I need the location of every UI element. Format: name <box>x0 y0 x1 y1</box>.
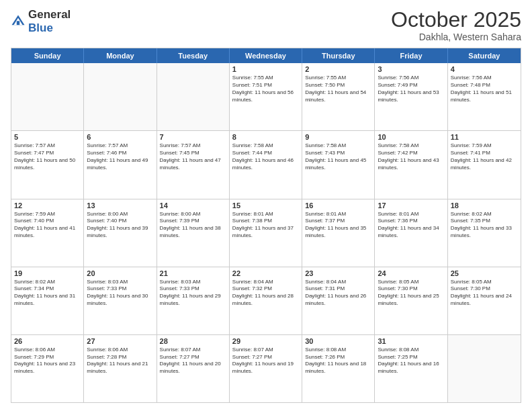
day-info: Sunrise: 7:58 AMSunset: 7:44 PMDaylight:… <box>232 142 299 171</box>
day-info: Sunrise: 8:02 AMSunset: 7:35 PMDaylight:… <box>451 211 518 240</box>
day-cell-16: 16Sunrise: 8:01 AMSunset: 7:37 PMDayligh… <box>302 199 375 267</box>
day-number: 31 <box>378 337 444 345</box>
logo-icon <box>11 14 26 29</box>
header-day-wednesday: Wednesday <box>230 48 302 63</box>
week-row-1: 1Sunrise: 7:55 AMSunset: 7:51 PMDaylight… <box>11 63 521 130</box>
header-day-thursday: Thursday <box>302 48 375 63</box>
day-number: 12 <box>14 201 81 210</box>
calendar-body: 1Sunrise: 7:55 AMSunset: 7:51 PMDaylight… <box>11 63 521 402</box>
day-cell-28: 28Sunrise: 8:07 AMSunset: 7:27 PMDayligh… <box>157 335 230 402</box>
day-cell-3: 3Sunrise: 7:56 AMSunset: 7:49 PMDaylight… <box>375 63 447 130</box>
day-info: Sunrise: 7:57 AMSunset: 7:47 PMDaylight:… <box>14 142 81 171</box>
day-info: Sunrise: 8:01 AMSunset: 7:36 PMDaylight:… <box>378 211 444 240</box>
day-number: 15 <box>232 201 299 210</box>
day-info: Sunrise: 8:01 AMSunset: 7:38 PMDaylight:… <box>232 211 299 240</box>
day-info: Sunrise: 7:56 AMSunset: 7:49 PMDaylight:… <box>378 75 444 103</box>
day-info: Sunrise: 8:06 AMSunset: 7:28 PMDaylight:… <box>87 347 153 375</box>
day-cell-17: 17Sunrise: 8:01 AMSunset: 7:36 PMDayligh… <box>375 199 447 267</box>
day-cell-6: 6Sunrise: 7:57 AMSunset: 7:46 PMDaylight… <box>84 131 157 198</box>
day-number: 29 <box>232 337 299 345</box>
header-day-sunday: Sunday <box>11 48 84 63</box>
day-info: Sunrise: 8:05 AMSunset: 7:30 PMDaylight:… <box>451 279 518 308</box>
day-cell-4: 4Sunrise: 7:56 AMSunset: 7:48 PMDaylight… <box>448 63 521 130</box>
week-row-4: 19Sunrise: 8:02 AMSunset: 7:34 PMDayligh… <box>11 267 521 334</box>
svg-rect-2 <box>17 21 19 25</box>
week-row-3: 12Sunrise: 7:59 AMSunset: 7:40 PMDayligh… <box>11 199 521 267</box>
day-number: 5 <box>14 133 81 141</box>
day-cell-13: 13Sunrise: 8:00 AMSunset: 7:40 PMDayligh… <box>84 199 157 267</box>
day-info: Sunrise: 8:03 AMSunset: 7:33 PMDaylight:… <box>87 279 153 308</box>
day-cell-empty <box>157 63 230 130</box>
day-info: Sunrise: 8:01 AMSunset: 7:37 PMDaylight:… <box>305 211 371 240</box>
day-cell-31: 31Sunrise: 8:08 AMSunset: 7:25 PMDayligh… <box>375 335 447 402</box>
day-number: 22 <box>232 269 299 277</box>
day-number: 2 <box>305 65 371 73</box>
day-number: 28 <box>160 337 226 345</box>
day-info: Sunrise: 7:55 AMSunset: 7:51 PMDaylight:… <box>232 75 299 103</box>
day-cell-11: 11Sunrise: 7:59 AMSunset: 7:41 PMDayligh… <box>448 131 521 198</box>
day-cell-20: 20Sunrise: 8:03 AMSunset: 7:33 PMDayligh… <box>84 267 157 334</box>
day-info: Sunrise: 8:07 AMSunset: 7:27 PMDaylight:… <box>232 347 299 375</box>
day-cell-5: 5Sunrise: 7:57 AMSunset: 7:47 PMDaylight… <box>11 131 84 198</box>
page: General Blue October 2025 Dakhla, Wester… <box>0 0 532 411</box>
day-cell-21: 21Sunrise: 8:03 AMSunset: 7:33 PMDayligh… <box>157 267 230 334</box>
day-number: 18 <box>451 201 518 210</box>
day-cell-12: 12Sunrise: 7:59 AMSunset: 7:40 PMDayligh… <box>11 199 84 267</box>
week-row-2: 5Sunrise: 7:57 AMSunset: 7:47 PMDaylight… <box>11 130 521 198</box>
day-info: Sunrise: 8:07 AMSunset: 7:27 PMDaylight:… <box>160 347 226 375</box>
day-info: Sunrise: 7:58 AMSunset: 7:43 PMDaylight:… <box>305 142 371 171</box>
day-number: 24 <box>378 269 444 277</box>
day-number: 25 <box>451 269 518 277</box>
day-cell-8: 8Sunrise: 7:58 AMSunset: 7:44 PMDaylight… <box>230 131 302 198</box>
header-day-tuesday: Tuesday <box>157 48 230 63</box>
day-cell-empty <box>84 63 157 130</box>
day-info: Sunrise: 8:04 AMSunset: 7:31 PMDaylight:… <box>305 279 371 308</box>
day-cell-empty <box>11 63 84 130</box>
day-number: 11 <box>451 133 518 141</box>
day-number: 13 <box>87 201 153 210</box>
day-info: Sunrise: 8:08 AMSunset: 7:26 PMDaylight:… <box>305 347 371 375</box>
day-cell-27: 27Sunrise: 8:06 AMSunset: 7:28 PMDayligh… <box>84 335 157 402</box>
day-info: Sunrise: 7:59 AMSunset: 7:40 PMDaylight:… <box>14 211 81 240</box>
day-info: Sunrise: 8:05 AMSunset: 7:30 PMDaylight:… <box>378 279 444 308</box>
day-cell-24: 24Sunrise: 8:05 AMSunset: 7:30 PMDayligh… <box>375 267 447 334</box>
day-cell-2: 2Sunrise: 7:55 AMSunset: 7:50 PMDaylight… <box>302 63 375 130</box>
header: General Blue October 2025 Dakhla, Wester… <box>11 8 521 42</box>
day-cell-15: 15Sunrise: 8:01 AMSunset: 7:38 PMDayligh… <box>230 199 302 267</box>
calendar-header: SundayMondayTuesdayWednesdayThursdayFrid… <box>11 48 521 63</box>
month-title: October 2025 <box>391 8 521 32</box>
day-cell-9: 9Sunrise: 7:58 AMSunset: 7:43 PMDaylight… <box>302 131 375 198</box>
logo-text: General Blue <box>28 8 71 35</box>
day-number: 16 <box>305 201 371 210</box>
day-number: 8 <box>232 133 299 141</box>
calendar: SundayMondayTuesdayWednesdayThursdayFrid… <box>11 48 521 403</box>
day-cell-23: 23Sunrise: 8:04 AMSunset: 7:31 PMDayligh… <box>302 267 375 334</box>
day-number: 17 <box>378 201 444 210</box>
day-number: 10 <box>378 133 444 141</box>
week-row-5: 26Sunrise: 8:06 AMSunset: 7:29 PMDayligh… <box>11 334 521 402</box>
day-info: Sunrise: 7:58 AMSunset: 7:42 PMDaylight:… <box>378 142 444 171</box>
location-title: Dakhla, Western Sahara <box>391 32 521 42</box>
day-info: Sunrise: 7:56 AMSunset: 7:48 PMDaylight:… <box>451 75 518 103</box>
day-number: 26 <box>14 337 81 345</box>
day-info: Sunrise: 7:57 AMSunset: 7:46 PMDaylight:… <box>87 142 153 171</box>
day-number: 19 <box>14 269 81 277</box>
day-number: 4 <box>451 65 518 73</box>
day-number: 27 <box>87 337 153 345</box>
day-number: 3 <box>378 65 444 73</box>
day-info: Sunrise: 7:59 AMSunset: 7:41 PMDaylight:… <box>451 142 518 171</box>
header-day-monday: Monday <box>84 48 157 63</box>
day-cell-22: 22Sunrise: 8:04 AMSunset: 7:32 PMDayligh… <box>230 267 302 334</box>
day-cell-14: 14Sunrise: 8:00 AMSunset: 7:39 PMDayligh… <box>157 199 230 267</box>
day-cell-19: 19Sunrise: 8:02 AMSunset: 7:34 PMDayligh… <box>11 267 84 334</box>
day-info: Sunrise: 8:08 AMSunset: 7:25 PMDaylight:… <box>378 347 444 375</box>
day-number: 14 <box>160 201 226 210</box>
header-day-saturday: Saturday <box>448 48 521 63</box>
day-info: Sunrise: 8:04 AMSunset: 7:32 PMDaylight:… <box>232 279 299 308</box>
day-info: Sunrise: 8:03 AMSunset: 7:33 PMDaylight:… <box>160 279 226 308</box>
day-info: Sunrise: 8:02 AMSunset: 7:34 PMDaylight:… <box>14 279 81 308</box>
day-number: 30 <box>305 337 371 345</box>
day-info: Sunrise: 7:55 AMSunset: 7:50 PMDaylight:… <box>305 75 371 103</box>
day-cell-empty <box>448 335 521 402</box>
day-number: 7 <box>160 133 226 141</box>
